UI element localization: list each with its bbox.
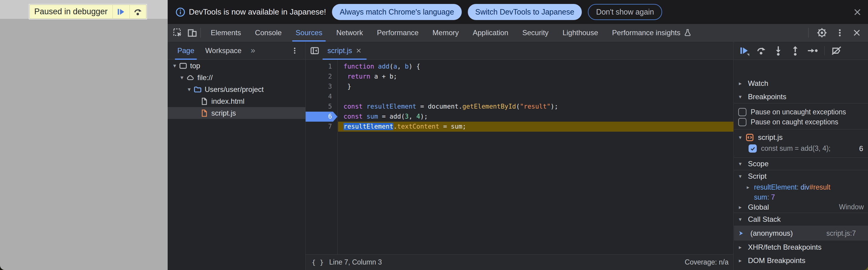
step-into-icon[interactable] <box>773 45 784 56</box>
settings-gear-icon[interactable] <box>816 27 827 38</box>
flask-icon <box>683 29 692 37</box>
tab-application[interactable]: Application <box>466 24 515 41</box>
devtools-toolbar: Elements Console Sources Network Perform… <box>168 24 868 41</box>
tree-item-top[interactable]: ▾ top <box>168 60 305 71</box>
spacer <box>734 127 868 129</box>
code-line <box>338 92 734 102</box>
navigator-header: Page Workspace » <box>168 41 305 60</box>
frame-icon <box>179 62 188 70</box>
folder-icon <box>193 85 202 94</box>
editor-tab-script-js[interactable]: script.js <box>322 41 367 60</box>
step-over-button-banner[interactable] <box>129 5 147 19</box>
pretty-print-icon[interactable]: { } <box>312 259 324 266</box>
expander-icon[interactable]: ▾ <box>179 74 185 81</box>
global-scope-value: Window <box>839 203 864 211</box>
tab-console[interactable]: Console <box>248 24 289 41</box>
tab-memory[interactable]: Memory <box>426 24 466 41</box>
resume-script-icon[interactable] <box>739 45 750 56</box>
collapsed-triangle-icon: ▸ <box>747 184 754 190</box>
line-number: 2 <box>306 71 337 82</box>
breakpoint-checkbox-checked[interactable] <box>748 144 757 153</box>
call-stack-frame[interactable]: (anonymous) script.js:7 <box>734 226 868 241</box>
collapsed-triangle-icon: ▸ <box>739 257 744 264</box>
section-dom-breakpoints[interactable]: ▸ DOM Breakpoints <box>734 254 868 267</box>
section-watch[interactable]: ▸ Watch <box>734 77 868 90</box>
notification-message: DevTools is now available in Japanese! <box>189 7 326 17</box>
switch-to-japanese-button[interactable]: Switch DevTools to Japanese <box>468 4 582 20</box>
navigator-tab-page[interactable]: Page <box>176 41 195 60</box>
step-icon[interactable] <box>807 45 818 56</box>
device-toolbar-icon[interactable] <box>187 28 197 38</box>
coverage-status: Coverage: n/a <box>685 258 728 266</box>
code-line: function add(a, b) { <box>338 62 734 71</box>
line-number: 7 <box>306 122 337 132</box>
line-number-gutter[interactable]: 1 2 3 4 5 6 7 <box>306 60 338 254</box>
breakpoint-file-group[interactable]: ▾ script.js <box>734 129 868 144</box>
pause-caught-checkbox[interactable] <box>738 118 746 126</box>
file-tree: ▾ top ▾ file:// <box>168 60 305 270</box>
tree-item-project-folder[interactable]: ▾ Users/user/project <box>168 84 305 95</box>
more-tabs-icon[interactable]: » <box>251 46 255 55</box>
sidebar-spacer <box>734 60 868 77</box>
pause-uncaught-checkbox[interactable] <box>738 108 746 116</box>
tab-sources[interactable]: Sources <box>289 24 329 41</box>
navigator-kebab-icon[interactable] <box>291 47 299 55</box>
expander-icon[interactable]: ▾ <box>171 62 178 69</box>
devtools-close-icon[interactable] <box>852 28 861 37</box>
collapsed-triangle-icon: ▸ <box>739 80 744 87</box>
inspect-icon[interactable] <box>173 28 183 38</box>
section-xhr-breakpoints[interactable]: ▸ XHR/fetch Breakpoints <box>734 241 868 254</box>
spacer <box>734 153 868 157</box>
debugger-controls <box>734 41 868 60</box>
tab-close-icon[interactable] <box>355 48 362 54</box>
more-options-kebab-icon[interactable] <box>835 28 844 37</box>
hide-navigator-icon[interactable] <box>310 46 319 56</box>
line-number: 5 <box>306 102 337 112</box>
tab-performance-insights[interactable]: Performance insights <box>605 24 699 41</box>
breakpoint-line-number: 6 <box>859 144 863 153</box>
pause-caught-row: Pause on caught exceptions <box>734 117 868 127</box>
expanded-triangle-icon: ▾ <box>739 93 744 100</box>
tree-item-index-html[interactable]: index.html <box>168 95 305 107</box>
tab-lighthouse[interactable]: Lighthouse <box>555 24 605 41</box>
code-line: } <box>338 82 734 92</box>
tab-network[interactable]: Network <box>329 24 370 41</box>
expanded-triangle-icon: ▾ <box>739 173 744 180</box>
tab-elements[interactable]: Elements <box>204 24 248 41</box>
devtools: DevTools is now available in Japanese! A… <box>168 0 868 270</box>
scope-var-resultElement[interactable]: ▸ resultElement: div#result <box>734 182 868 192</box>
notification-bar: DevTools is now available in Japanese! A… <box>168 0 868 24</box>
sources-panel: Page Workspace » ▾ top <box>168 41 868 270</box>
resume-script-button[interactable] <box>113 5 129 19</box>
match-chrome-language-button[interactable]: Always match Chrome's language <box>332 4 461 20</box>
dont-show-again-button[interactable]: Don't show again <box>588 4 662 20</box>
execution-line: resultElement.textContent = sum; <box>338 122 734 132</box>
tree-item-file-protocol[interactable]: ▾ file:// <box>168 71 305 84</box>
script-source-icon <box>745 133 754 142</box>
breakpoint-entry[interactable]: const sum = add(3, 4); 6 <box>734 144 868 153</box>
scope-script-row[interactable]: ▾ Script <box>734 170 868 182</box>
section-breakpoints[interactable]: ▾ Breakpoints <box>734 90 868 103</box>
notification-close-icon[interactable] <box>853 7 862 17</box>
pause-uncaught-row: Pause on uncaught exceptions <box>734 107 868 117</box>
cursor-position: Line 7, Column 3 <box>329 258 382 266</box>
section-scope[interactable]: ▾ Scope <box>734 157 868 170</box>
file-icon <box>200 97 209 106</box>
deactivate-breakpoints-icon[interactable] <box>831 45 842 56</box>
scope-var-sum[interactable]: sum: 7 <box>734 192 868 202</box>
tab-performance[interactable]: Performance <box>370 24 425 41</box>
step-out-icon[interactable] <box>790 45 801 56</box>
expander-icon[interactable]: ▾ <box>186 86 192 93</box>
step-over-icon[interactable] <box>756 45 767 56</box>
section-call-stack[interactable]: ▾ Call Stack <box>734 213 868 226</box>
info-icon <box>176 7 185 17</box>
breakpoint-marker[interactable]: 6 <box>306 112 337 122</box>
tab-security[interactable]: Security <box>516 24 556 41</box>
line-number: 1 <box>306 62 337 71</box>
code-area[interactable]: function add(a, b) { return a + b; } con… <box>338 60 734 254</box>
navigator-tab-workspace[interactable]: Workspace <box>204 41 243 60</box>
frame-location: script.js:7 <box>827 229 856 238</box>
tree-item-script-js[interactable]: script.js <box>168 107 305 119</box>
web-page-dimmed: Paused in debugger <box>0 0 168 270</box>
scope-global-row[interactable]: ▸ Global Window <box>734 202 868 212</box>
